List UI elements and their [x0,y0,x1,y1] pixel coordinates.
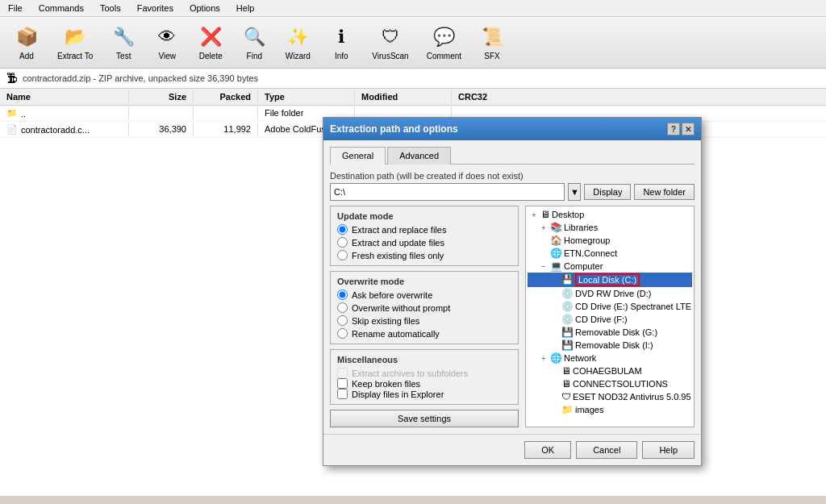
tree-item[interactable]: 💾Local Disk (C:) [528,273,692,287]
tree-item[interactable]: 💿CD Drive (F:) [528,313,692,326]
tree-item-label: ETN.Connect [564,248,617,258]
folder-tree[interactable]: +🖥Desktop+📚Libraries 🏠Homegroup 🌐ETN.Con… [526,206,694,416]
tree-item-label: COHAEGBULAM [573,366,642,376]
tree-item[interactable]: 🏠Homegroup [528,234,692,247]
check-extract-subfolders: Extract archives to subfolders [337,368,511,378]
check-display-explorer[interactable]: Display files in Explorer [337,389,511,399]
tree-folder-icon: 🖥 [540,209,550,220]
tree-folder-icon: 🌐 [550,248,562,259]
destination-section: Destination path (will be created if doe… [330,171,695,201]
tree-item[interactable]: 💿DVD RW Drive (D:) [528,287,692,300]
tree-item-label: Removable Disk (G:) [575,327,657,337]
tree-item[interactable]: 💿CD Drive (E:) Spectranet LTE [528,300,692,313]
update-mode-title: Update mode [337,211,511,221]
tree-item-label: Libraries [564,223,598,232]
tree-expand-icon: + [529,210,539,219]
update-mode-radios: Extract and replace files Extract and up… [337,224,511,260]
check-keep-broken[interactable]: Keep broken files [337,378,511,389]
tree-folder-icon: 💻 [550,260,562,272]
tree-folder-icon: 📁 [561,404,574,415]
radio-extract-replace[interactable]: Extract and replace files [337,224,511,235]
tree-item[interactable]: 📁images [528,403,692,416]
save-settings-button[interactable]: Save settings [330,410,519,427]
dialog-title: Extraction path and options [330,123,458,135]
tree-item-label: Desktop [552,210,584,219]
tree-folder-icon: 💾 [561,339,574,351]
save-settings-row: Save settings [330,410,519,427]
dialog-main: Update mode Extract and replace files Ex… [330,206,695,427]
dest-label: Destination path (will be created if doe… [330,171,695,181]
tree-folder-icon: 🛡 [561,391,571,402]
tree-item-label: CD Drive (F:) [575,314,628,324]
tree-item[interactable]: 🖥COHAEGBULAM [528,364,692,377]
close-titlebar-button[interactable]: ✕ [682,123,695,135]
tree-item[interactable]: +📚Libraries [528,221,692,234]
tree-folder-icon: 💾 [561,274,574,285]
radio-skip-existing[interactable]: Skip existing files [337,315,511,326]
dest-row: ▼ Display New folder [330,183,695,201]
cancel-button[interactable]: Cancel [576,441,637,459]
tree-item[interactable]: +🖥Desktop [528,208,692,221]
tree-item-label: Computer [564,261,603,271]
tree-folder-icon: 🌐 [550,352,562,364]
tree-item[interactable]: 🖥CONNECTSOLUTIONS [528,377,692,390]
radio-ask-before[interactable]: Ask before overwrite [337,289,511,300]
overwrite-mode-title: Overwrite mode [337,277,511,286]
tree-item-label: Local Disk (C:) [578,275,636,285]
tree-item[interactable]: −💻Computer [528,260,692,273]
destination-input[interactable] [330,183,565,201]
tree-expand-icon: − [539,262,549,271]
overwrite-mode-radios: Ask before overwrite Overwrite without p… [337,289,511,339]
tree-folder-icon: 💿 [561,288,574,299]
tab-general[interactable]: General [330,147,386,165]
tree-item-label: CONNECTSOLUTIONS [573,379,668,389]
ok-button[interactable]: OK [524,441,571,459]
update-mode-section: Update mode Extract and replace files Ex… [330,206,519,266]
tree-item-label: images [575,405,603,414]
tree-folder-icon: 💾 [561,327,574,338]
tree-item[interactable]: 🛡ESET NOD32 Antivirus 5.0.95 [528,390,692,403]
radio-rename-auto[interactable]: Rename automatically [337,328,511,339]
dialog-titlebar: Extraction path and options ? ✕ [323,118,701,140]
tab-advanced[interactable]: Advanced [387,147,451,165]
tree-item-label: ESET NOD32 Antivirus 5.0.95 [573,392,691,402]
tree-item-label: CD Drive (E:) Spectranet LTE [575,302,691,311]
new-folder-button[interactable]: New folder [634,184,695,200]
misc-section: Miscellaneous Extract archives to subfol… [330,349,519,405]
tree-folder-icon: 💿 [561,314,574,325]
tree-item-label: Network [564,353,596,363]
tree-folder-icon: 📚 [550,222,562,233]
dialog-titlebar-buttons: ? ✕ [667,123,695,135]
tree-folder-icon: 💿 [561,301,574,312]
tree-folder-icon: 🏠 [550,235,562,246]
tree-expand-icon: + [539,223,549,232]
tree-item[interactable]: 🌐ETN.Connect [528,247,692,260]
tree-folder-icon: 🖥 [561,365,571,377]
tree-item-label: Homegroup [564,235,610,245]
tree-item[interactable]: 💾Removable Disk (G:) [528,326,692,339]
tree-item-label: DVD RW Drive (D:) [575,289,652,298]
dialog-tabs: General Advanced [330,147,695,165]
tree-item[interactable]: +🌐Network [528,352,692,364]
tree-expand-icon: + [539,354,549,363]
dialog-footer: OK Cancel Help [323,434,701,465]
radio-fresh-only[interactable]: Fresh existing files only [337,250,511,260]
overwrite-mode-section: Overwrite mode Ask before overwrite Over… [330,271,519,344]
tree-panel: +🖥Desktop+📚Libraries 🏠Homegroup 🌐ETN.Con… [525,206,695,427]
tree-item[interactable]: 💾Removable Disk (I:) [528,339,692,352]
dialog-left: Update mode Extract and replace files Ex… [330,206,519,427]
tree-folder-icon: 🖥 [561,378,571,389]
dialog-body: General Advanced Destination path (will … [323,140,701,434]
help-titlebar-button[interactable]: ? [667,123,680,135]
extraction-dialog: Extraction path and options ? ✕ General … [323,117,702,466]
radio-overwrite-no-prompt[interactable]: Overwrite without prompt [337,302,511,313]
misc-title: Miscellaneous [337,355,511,364]
tree-item-label: Removable Disk (I:) [575,340,653,350]
radio-extract-update[interactable]: Extract and update files [337,237,511,248]
dialog-overlay: Extraction path and options ? ✕ General … [0,0,826,504]
help-button[interactable]: Help [642,441,695,459]
display-button[interactable]: Display [584,184,631,200]
dest-dropdown-btn[interactable]: ▼ [568,183,581,201]
